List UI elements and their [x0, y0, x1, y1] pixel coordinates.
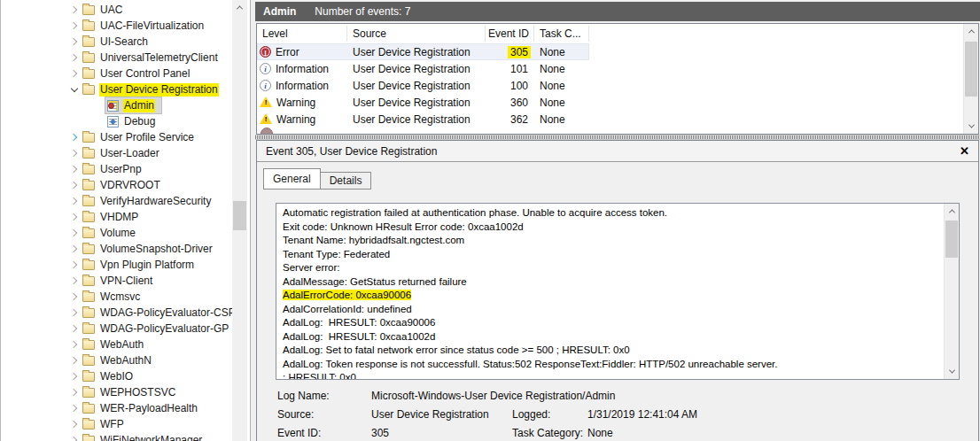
description-line: AdalLog: HRESULT: 0xcaa90006: [283, 316, 943, 330]
tree-item[interactable]: UAC-FileVirtualization: [1, 18, 229, 34]
folder-icon: [82, 197, 95, 206]
tree-item[interactable]: WiFiNetworkManager: [1, 432, 229, 441]
event-row[interactable]: Warning User Device Registration 360 Non…: [257, 94, 589, 111]
tree-item[interactable]: VerifyHardwareSecurity: [1, 193, 229, 209]
level-text: Warning: [276, 97, 315, 109]
chevron-icon[interactable]: [70, 213, 77, 220]
chevron-icon[interactable]: [70, 134, 77, 141]
chevron-icon[interactable]: [70, 6, 77, 13]
error-icon: [260, 46, 271, 58]
tree-item[interactable]: WebAuth: [1, 337, 229, 352]
chevron-icon[interactable]: [70, 261, 77, 268]
description-scrollbar[interactable]: [944, 204, 959, 379]
event-id-cell: 305: [508, 46, 531, 58]
chevron-icon[interactable]: [71, 85, 78, 92]
event-row[interactable]: Information User Device Registration 100…: [257, 77, 589, 94]
log-tree: UAC UAC-FileVirtualization UI-Search Uni…: [1, 2, 229, 441]
folder-icon: [82, 85, 95, 95]
event-fields: Log Name: Microsoft-Windows-User Device …: [257, 390, 978, 441]
description-scrollbar-thumb[interactable]: [945, 220, 958, 258]
chevron-icon[interactable]: [70, 437, 77, 441]
chevron-icon[interactable]: [70, 182, 77, 189]
tree-item[interactable]: User Device Registration: [1, 81, 229, 97]
chevron-icon[interactable]: [70, 22, 77, 29]
tree-item[interactable]: VPN-Client: [1, 273, 229, 289]
tree-item[interactable]: Admin: [1, 97, 229, 113]
chevron-icon[interactable]: [70, 70, 77, 77]
log-header-bar: Admin Number of events: 7: [255, 2, 980, 21]
tree-item[interactable]: WER-PayloadHealth: [1, 400, 229, 416]
folder-icon: [82, 324, 95, 334]
event-list-rows: Error User Device Registration 305 None …: [257, 43, 978, 128]
event-row[interactable]: Warning User Device Registration 362 Non…: [257, 111, 589, 128]
chevron-icon[interactable]: [70, 229, 77, 236]
tree-item[interactable]: Volume: [1, 225, 229, 241]
tree-item[interactable]: WebAuthN: [1, 352, 229, 368]
tree-item[interactable]: WDAG-PolicyEvaluator-GP: [1, 321, 229, 337]
tree-item[interactable]: WebIO: [1, 368, 229, 384]
task-category-label: Task Category:: [512, 427, 583, 439]
chevron-icon[interactable]: [70, 357, 77, 364]
tree-item[interactable]: VolumeSnapshot-Driver: [1, 241, 229, 257]
chevron-icon[interactable]: [70, 309, 77, 316]
chevron-icon[interactable]: [70, 245, 77, 252]
column-header[interactable]: Level: [257, 26, 347, 42]
logged-value: 1/31/2019 12:41:04 AM: [587, 408, 697, 421]
tab-details[interactable]: Details: [321, 172, 372, 190]
chevron-icon[interactable]: [70, 325, 77, 332]
event-row[interactable]: Error User Device Registration 305 None: [257, 43, 589, 60]
folder-icon: [82, 260, 95, 270]
level-text: Information: [276, 63, 329, 75]
folder-icon: [82, 356, 95, 366]
folder-icon: [82, 37, 95, 47]
chevron-icon[interactable]: [70, 277, 77, 284]
tree-item[interactable]: User-Loader: [1, 145, 229, 161]
tree-item[interactable]: VDRVROOT: [1, 177, 229, 193]
folder-icon: [82, 69, 95, 79]
description-line: AdalLog: Token response is not successfu…: [283, 358, 943, 372]
tree-item[interactable]: WEPHOSTSVC: [1, 384, 229, 400]
chevron-icon[interactable]: [70, 54, 77, 61]
tree-item-label: Vpn Plugin Platform: [99, 259, 195, 272]
event-row[interactable]: Information User Device Registration 101…: [257, 60, 589, 77]
tree-item[interactable]: Vpn Plugin Platform: [1, 257, 229, 273]
tree-item[interactable]: User Profile Service: [1, 129, 229, 145]
tree-item[interactable]: WFP: [1, 416, 229, 432]
scroll-up-icon[interactable]: [964, 24, 978, 39]
tree-scrollbar-thumb[interactable]: [233, 201, 246, 230]
column-header[interactable]: Event ID: [486, 26, 534, 42]
chevron-icon[interactable]: [70, 197, 77, 205]
tree-item-label: UI-Search: [99, 35, 149, 49]
chevron-icon[interactable]: [70, 405, 77, 412]
tree-item[interactable]: UAC: [1, 2, 229, 18]
chevron-icon[interactable]: [70, 150, 77, 157]
scroll-up-icon[interactable]: [945, 204, 959, 219]
scroll-up-icon[interactable]: [232, 0, 247, 15]
tree-item[interactable]: Debug: [1, 113, 229, 129]
tree-item[interactable]: UniversalTelemetryClient: [1, 50, 229, 66]
tree-item[interactable]: User Control Panel: [1, 66, 229, 81]
close-icon[interactable]: ✕: [960, 145, 969, 157]
tree-scrollbar[interactable]: [232, 0, 247, 441]
chevron-icon[interactable]: [70, 373, 77, 380]
chevron-icon[interactable]: [70, 166, 77, 173]
event-list-scrollbar[interactable]: [963, 24, 978, 134]
detail-tabs: GeneralDetails: [263, 168, 371, 190]
chevron-icon[interactable]: [70, 293, 77, 300]
scroll-down-icon[interactable]: [945, 364, 959, 379]
chevron-icon[interactable]: [70, 421, 77, 428]
tree-item[interactable]: WDAG-PolicyEvaluator-CSP: [1, 305, 229, 321]
tab-general[interactable]: General: [263, 168, 321, 190]
chevron-icon[interactable]: [70, 38, 77, 45]
chevron-icon[interactable]: [70, 389, 77, 396]
tree-item[interactable]: UserPnp: [1, 161, 229, 177]
scroll-down-icon[interactable]: [964, 119, 978, 134]
column-header[interactable]: Source: [347, 26, 486, 42]
chevron-icon[interactable]: [70, 341, 77, 348]
tree-item[interactable]: Wcmsvc: [1, 289, 229, 305]
tree-item-label: WFP: [99, 418, 125, 431]
tree-item[interactable]: VHDMP: [1, 209, 229, 225]
column-header[interactable]: Task C...: [534, 26, 589, 42]
event-list-scrollbar-thumb[interactable]: [965, 42, 977, 97]
tree-item[interactable]: UI-Search: [1, 34, 229, 50]
